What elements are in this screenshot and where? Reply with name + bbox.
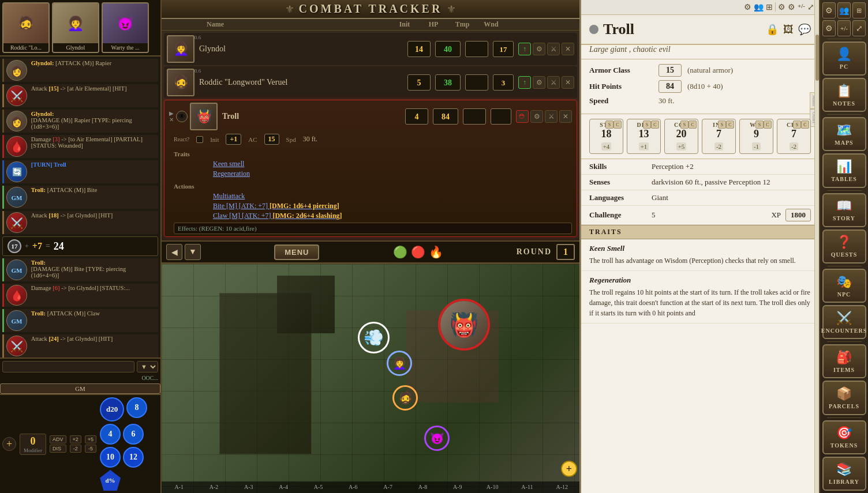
- sidebar-tab-tokens[interactable]: 🎯 TOKENS: [822, 420, 866, 454]
- disadvantage-button[interactable]: DIS: [50, 445, 66, 453]
- troll-wnd[interactable]: [491, 108, 511, 125]
- roddic-hp[interactable]: 38: [435, 74, 461, 91]
- dice-d10[interactable]: 10: [100, 447, 121, 468]
- sidebar-tab-parcels[interactable]: 📦 PARCELS: [822, 381, 866, 415]
- dice-d20[interactable]: d20: [100, 397, 124, 422]
- dex-cs-btn[interactable]: C: [651, 121, 659, 129]
- sidebar-tab-npc[interactable]: 🎭 NPC: [822, 269, 866, 303]
- con-s-btn[interactable]: S: [680, 121, 689, 129]
- settings-icon-5[interactable]: +/-: [837, 20, 851, 36]
- top-icon-plusminus[interactable]: +/-: [798, 2, 805, 12]
- action-claw[interactable]: Claw [M] [ATK: +7] [DMG: 2d6+4 slashing]: [213, 212, 572, 220]
- int-s-btn[interactable]: S: [718, 121, 726, 129]
- troll-icon-2[interactable]: ⚔: [545, 110, 558, 123]
- plus5-button[interactable]: +5: [85, 435, 96, 443]
- troll-icon-1[interactable]: ⚙: [530, 110, 543, 123]
- roddic-icon-2[interactable]: ⚔: [547, 76, 560, 89]
- minus5-button[interactable]: -5: [85, 445, 96, 453]
- top-icon-people[interactable]: 👥: [754, 2, 764, 12]
- roddic-status-icon[interactable]: ↑: [518, 76, 531, 89]
- troll-init[interactable]: 4: [405, 108, 428, 125]
- glyndol-status-icon[interactable]: ↑: [518, 43, 531, 55]
- wis-s-btn[interactable]: S: [755, 121, 764, 129]
- combatant-row-troll[interactable]: ▶ ✕ 👁 👹 Troll 4 84 ⛑: [164, 100, 577, 237]
- react-checkbox[interactable]: [196, 136, 203, 143]
- combatant-row-roddic[interactable]: 0.6 🧔 Roddic "Longword" Veruel 5 38 3 ↑ …: [164, 66, 577, 99]
- settings-icon-6[interactable]: ⤢: [852, 20, 866, 36]
- dice-d8[interactable]: 8: [126, 397, 147, 418]
- dice-d6[interactable]: 6: [123, 424, 144, 445]
- portrait-warty[interactable]: 😈 Warty the ...: [102, 2, 149, 53]
- roddic-tmp[interactable]: [465, 74, 488, 91]
- roddic-init[interactable]: 5: [407, 74, 431, 91]
- map-token-roddic[interactable]: 🧔: [392, 385, 418, 411]
- add-dice-button[interactable]: +: [2, 437, 16, 451]
- con-cs-btn[interactable]: C: [689, 121, 697, 129]
- settings-icon-1[interactable]: ⚙: [822, 2, 836, 18]
- settings-icon-2[interactable]: 👥: [837, 2, 851, 18]
- troll-icon-3[interactable]: ✕: [559, 110, 572, 123]
- dice-d4[interactable]: 4: [100, 424, 121, 445]
- sidebar-tab-pc[interactable]: 👤 PC: [822, 42, 866, 76]
- dex-s-btn[interactable]: S: [643, 121, 651, 129]
- glyndol-icon-2[interactable]: ⚔: [547, 43, 560, 55]
- char-portrait-icon[interactable]: 🖼: [783, 24, 794, 36]
- right-scroll-bar[interactable]: [814, 0, 819, 493]
- top-icon-gear1[interactable]: ⚙: [744, 2, 751, 12]
- top-icon-gear2[interactable]: ⚙: [778, 2, 785, 12]
- sidebar-tab-library[interactable]: 📚 LIBRARY: [822, 457, 866, 491]
- nav-prev-btn[interactable]: ◀: [166, 244, 182, 260]
- map-area[interactable]: 💨 👩‍🦱 👹 🧔 😈 + A-1 A-2 A-3 A-4: [162, 264, 579, 493]
- top-icon-grid[interactable]: ⊞: [766, 2, 773, 12]
- glyndol-init[interactable]: 14: [407, 41, 431, 57]
- action-multiattack[interactable]: Multiattack: [213, 192, 572, 201]
- portrait-glyndol[interactable]: 👩‍🦱 Glyndol: [52, 2, 99, 53]
- trait-keen-smell[interactable]: Keen smell: [213, 160, 572, 168]
- char-lock-icon[interactable]: 🔒: [766, 23, 779, 36]
- sidebar-tab-items[interactable]: 🎒 ITEMS: [822, 344, 866, 378]
- settings-icon-4[interactable]: ⚙: [822, 20, 836, 36]
- top-icon-resize[interactable]: ⤢: [807, 2, 814, 12]
- char-chat-icon[interactable]: 💬: [798, 23, 811, 36]
- top-icon-settings[interactable]: ⚙: [788, 2, 795, 12]
- dice-d12[interactable]: 12: [123, 447, 144, 468]
- glyndol-hp[interactable]: 40: [435, 41, 461, 57]
- dice-d100[interactable]: d%: [100, 470, 121, 491]
- glyndol-icon-1[interactable]: ⚙: [533, 43, 545, 55]
- nav-down-btn[interactable]: ▼: [185, 244, 201, 260]
- plus2-button[interactable]: +2: [70, 435, 81, 443]
- troll-tmp[interactable]: [463, 108, 486, 125]
- troll-hp[interactable]: 84: [433, 108, 458, 125]
- cha-s-btn[interactable]: S: [793, 121, 801, 129]
- roddic-wnd[interactable]: 3: [493, 74, 514, 91]
- sidebar-tab-maps[interactable]: 🗺️ MAPS: [822, 117, 866, 151]
- cha-cs-btn[interactable]: C: [801, 121, 809, 129]
- str-cs-btn[interactable]: C: [613, 121, 622, 129]
- sidebar-tab-encounters[interactable]: ⚔️ ENCOUNTERS: [822, 305, 866, 339]
- troll-close-btn[interactable]: ✕: [169, 116, 174, 123]
- roddic-icon-1[interactable]: ⚙: [533, 76, 545, 89]
- sidebar-tab-notes[interactable]: 📋 NOTES: [822, 78, 866, 112]
- sidebar-tab-story[interactable]: 📖 STORY: [822, 193, 866, 227]
- chat-input[interactable]: [2, 361, 134, 372]
- combatant-row-glyndol[interactable]: 0.6 👩‍🦱 Glyndol 14 40 17 ↑ ⚙ ⚔ ✕: [164, 33, 577, 65]
- wis-cs-btn[interactable]: C: [764, 121, 772, 129]
- map-token-glyndol[interactable]: 👩‍🦱: [387, 351, 412, 376]
- portrait-roddic[interactable]: 🧔 Roddic "Lo...: [2, 2, 50, 53]
- trait-regeneration[interactable]: Regeneration: [213, 170, 572, 178]
- sidebar-tab-quests[interactable]: ❓ QUESTS: [822, 229, 866, 264]
- map-token-warty[interactable]: 😈: [424, 426, 450, 451]
- sidebar-tab-tables[interactable]: 📊 TABLES: [822, 153, 866, 187]
- roddic-icon-3[interactable]: ✕: [562, 76, 574, 89]
- troll-prev-btn[interactable]: ▶: [169, 110, 174, 116]
- glyndol-icon-3[interactable]: ✕: [562, 43, 574, 55]
- map-token-troll[interactable]: 👹: [438, 299, 490, 351]
- menu-button[interactable]: MENU: [274, 244, 319, 260]
- add-token-button[interactable]: +: [561, 461, 577, 477]
- settings-icon-3[interactable]: ⊞: [852, 2, 866, 18]
- map-token-elemental[interactable]: 💨: [358, 322, 390, 353]
- advantage-button[interactable]: ADV: [50, 435, 66, 443]
- minus2-button[interactable]: -2: [70, 445, 81, 453]
- chat-channel-dropdown[interactable]: ▼: [137, 361, 158, 372]
- action-bite[interactable]: Bite [M] [ATK: +7] [DMG: 1d6+4 piercing]: [213, 202, 572, 210]
